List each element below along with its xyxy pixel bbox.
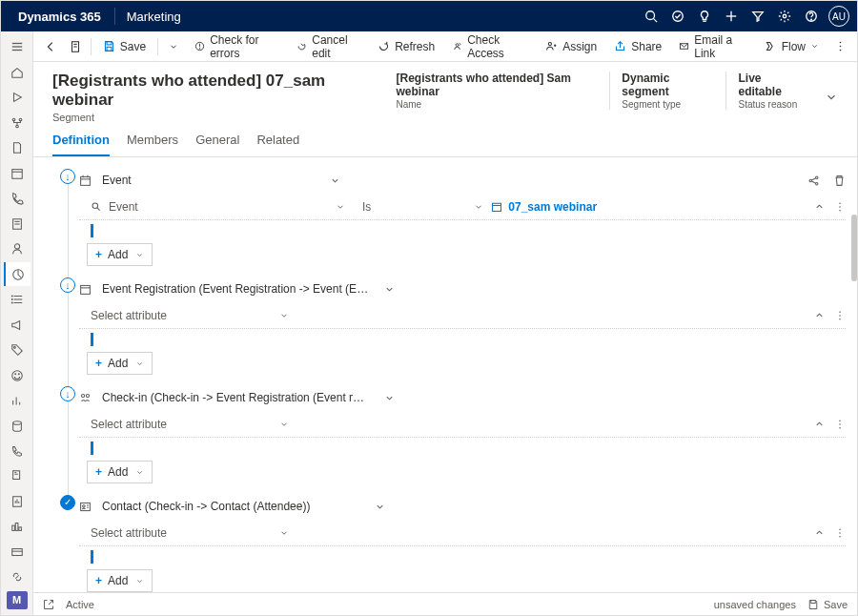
entity-name[interactable]: Event [102,174,132,187]
nav-list-icon[interactable] [4,288,31,311]
nav-segment-icon[interactable] [4,262,31,285]
scrollbar-thumb[interactable] [851,215,857,281]
attribute-field[interactable]: Event [109,200,223,214]
lightbulb-icon[interactable] [691,3,718,30]
nav-play-icon[interactable] [4,86,31,109]
chevron-down-icon[interactable] [279,528,289,538]
help-icon[interactable] [798,3,825,30]
cancel-edit-button[interactable]: Cancel edit [289,33,368,60]
accent-bar [91,333,93,346]
nav-menu-icon[interactable] [4,35,31,58]
user-avatar[interactable]: AU [828,6,849,27]
flow-button[interactable]: Flow [757,33,827,60]
nav-card-icon[interactable] [4,541,31,564]
nav-smile-icon[interactable] [4,363,31,386]
chevron-down-icon[interactable] [279,420,289,429]
svg-point-6 [783,14,786,18]
add-icon[interactable] [718,3,745,30]
chevron-down-icon[interactable] [279,311,289,320]
nav-doc-icon[interactable] [4,136,31,159]
refresh-button[interactable]: Refresh [370,33,442,60]
collapse-icon[interactable] [814,201,825,212]
save-button[interactable]: Save [95,33,153,60]
back-button[interactable] [39,33,62,60]
attribute-placeholder[interactable]: Select attribute [91,526,205,540]
row-menu-icon[interactable] [834,201,846,213]
chevron-down-icon[interactable] [384,393,395,403]
nav-call-icon[interactable] [4,440,31,462]
chevron-down-icon[interactable] [384,284,395,295]
nav-chart-icon[interactable] [4,389,31,412]
tab-definition[interactable]: Definition [52,133,110,156]
search-icon[interactable] [638,3,664,30]
delete-block-icon[interactable] [833,175,846,187]
check-access-button[interactable]: Check Access [444,33,536,60]
share-block-icon[interactable] [807,175,820,187]
svg-rect-58 [81,176,91,185]
status-save-button[interactable]: Save [807,599,848,610]
overflow-button[interactable] [828,33,851,60]
svg-point-76 [839,311,841,313]
attribute-placeholder[interactable]: Select attribute [91,418,205,431]
entity-name[interactable]: Contact (Check-in -> Contact (Attendee)) [102,500,310,513]
svg-point-0 [646,11,655,20]
expand-header-button[interactable] [825,91,838,104]
entity-name[interactable]: Check-in (Check-in -> Event Registration… [102,391,369,404]
nav-tag-icon[interactable] [4,339,31,361]
step-indicator-icon: ↓ [60,277,75,293]
settings-icon[interactable] [771,3,798,30]
add-condition-button[interactable]: +Add [87,243,153,266]
filter-icon[interactable] [745,3,771,30]
email-link-button[interactable]: Email a Link [671,33,754,60]
check-errors-button[interactable]: Check for errors [187,33,287,60]
nav-insights-icon[interactable] [4,515,31,538]
row-menu-icon[interactable] [834,419,846,430]
popout-icon[interactable] [43,599,54,610]
share-button[interactable]: Share [606,33,669,60]
assign-button[interactable]: Assign [538,33,604,60]
svg-point-8 [811,19,812,20]
nav-report-icon[interactable] [4,490,31,513]
add-condition-button[interactable]: +Add [87,352,153,375]
tab-general[interactable]: General [195,133,239,156]
operator-field[interactable]: Is [362,200,371,214]
tab-related[interactable]: Related [256,133,299,156]
notes-button[interactable] [64,33,87,60]
nav-journey-icon[interactable] [4,111,31,133]
tab-members[interactable]: Members [127,133,178,156]
task-icon[interactable] [664,3,691,30]
module-label[interactable]: Marketing [119,10,189,24]
collapse-icon[interactable] [814,419,825,429]
save-dropdown[interactable] [162,33,185,60]
add-condition-button[interactable]: +Add [87,461,153,483]
nav-template-icon[interactable] [4,464,31,487]
nav-link-icon[interactable] [4,565,31,588]
collapse-icon[interactable] [814,310,825,320]
add-condition-button[interactable]: +Add [87,569,153,592]
status-bar: Active unsaved changes Save [33,592,857,615]
svg-point-57 [839,50,841,51]
nav-data-icon[interactable] [4,414,31,437]
condition-row: Select attribute [79,302,846,329]
nav-phone-icon[interactable] [4,187,31,210]
value-link[interactable]: 07_sam webinar [491,200,597,214]
row-menu-icon[interactable] [834,310,846,321]
nav-home-icon[interactable] [4,60,31,83]
entity-name[interactable]: Event Registration (Event Registration -… [102,282,369,296]
nav-contact-icon[interactable] [4,237,31,260]
collapse-icon[interactable] [814,527,825,538]
row-menu-icon[interactable] [834,527,846,539]
chevron-down-icon[interactable] [336,202,345,212]
record-title: [Registrants who attended] 07_sam webina… [52,72,358,110]
svg-line-68 [97,208,100,211]
nav-megaphone-icon[interactable] [4,313,31,336]
chevron-down-icon[interactable] [330,175,340,186]
nav-form-icon[interactable] [4,212,31,235]
attribute-placeholder[interactable]: Select attribute [91,309,205,322]
chevron-down-icon[interactable] [375,502,385,512]
nav-calendar-icon[interactable] [4,161,31,184]
chevron-down-icon[interactable] [474,202,483,212]
app-switcher[interactable]: M [7,591,28,609]
brand-label[interactable]: Dynamics 365 [9,10,111,24]
unsaved-label: unsaved changes [714,599,796,610]
